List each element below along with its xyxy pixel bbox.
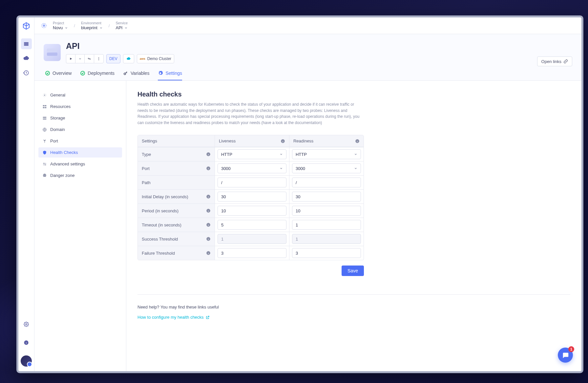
page-header: API DEV aws Demo Cluster — [34, 34, 581, 81]
app-window: Project Novu / Environment blueprint / S… — [16, 15, 583, 373]
breadcrumb-service-label: Service — [116, 21, 128, 25]
readiness-port-select[interactable]: 3000 — [292, 163, 361, 173]
info-icon[interactable] — [206, 251, 211, 255]
info-icon[interactable] — [355, 139, 360, 143]
liveness-period-input[interactable] — [218, 206, 286, 216]
intercom-badge: 1 — [568, 346, 574, 352]
readiness-period-input[interactable] — [292, 206, 361, 216]
breadcrumb-environment-label: Environment — [81, 21, 103, 25]
breadcrumb-service-value: API — [116, 25, 122, 31]
save-button[interactable]: Save — [342, 266, 364, 276]
sidebar-item-advanced[interactable]: Advanced settings — [38, 159, 122, 169]
intercom-button[interactable]: 1 — [558, 348, 573, 363]
settings-sidebar: General Resources Storage Domain Port He… — [34, 81, 126, 371]
rail-info-icon[interactable] — [21, 337, 32, 348]
help-link-configure-health-checks[interactable]: How to configure my health checks — [137, 315, 570, 320]
rail-environments-icon[interactable] — [21, 38, 32, 49]
rail-cloud-icon[interactable] — [21, 53, 32, 64]
breadcrumb-environment[interactable]: Environment blueprint — [81, 21, 103, 31]
health-checks-table: Settings Liveness Readiness Type HTTP HT… — [137, 135, 364, 260]
dev-badge[interactable]: DEV — [106, 54, 120, 63]
sliders-icon — [42, 162, 47, 166]
svg-point-5 — [98, 58, 99, 59]
info-icon[interactable] — [206, 152, 211, 157]
readiness-success-input — [292, 234, 361, 244]
tab-settings-label: Settings — [165, 71, 182, 76]
col-liveness: Liveness — [219, 138, 236, 143]
readiness-failure-input[interactable] — [292, 248, 361, 258]
row-port-label: Port — [142, 166, 150, 171]
cluster-selector[interactable]: aws Demo Cluster — [137, 54, 174, 63]
liveness-type-select[interactable]: HTTP — [218, 149, 286, 159]
readiness-type-select[interactable]: HTTP — [292, 149, 361, 159]
info-icon[interactable] — [206, 194, 211, 199]
svg-point-4 — [98, 57, 99, 58]
info-icon[interactable] — [206, 237, 211, 241]
help-heading: Need help? You may find these links usef… — [137, 305, 570, 309]
help-block: Need help? You may find these links usef… — [137, 294, 570, 320]
gear-icon — [158, 71, 163, 76]
app-logo-icon — [22, 22, 30, 30]
tabs: Overview Deployments Variables Settings — [44, 71, 572, 80]
svg-point-18 — [44, 163, 44, 163]
sidebar-item-storage[interactable]: Storage — [38, 113, 122, 123]
sidebar-item-health-checks[interactable]: Health Checks — [38, 147, 122, 158]
chevron-down-icon — [280, 167, 283, 170]
shield-icon — [42, 150, 47, 155]
info-icon[interactable] — [206, 223, 211, 227]
liveness-port-select[interactable]: 3000 — [218, 163, 286, 173]
readiness-path-input[interactable] — [292, 178, 361, 187]
liveness-timeout-input[interactable] — [218, 220, 286, 230]
readiness-timeout-input[interactable] — [292, 220, 361, 230]
more-actions-button[interactable] — [94, 54, 104, 63]
chevron-down-icon — [280, 153, 283, 156]
sidebar-item-port[interactable]: Port — [38, 136, 122, 146]
breadcrumb: Project Novu / Environment blueprint / S… — [34, 17, 581, 34]
rail-settings-icon[interactable] — [21, 319, 32, 330]
cluster-name: Demo Cluster — [147, 56, 171, 61]
readiness-initial-delay-input[interactable] — [292, 192, 361, 202]
row-initial-delay-label: Initial Delay (in seconds) — [142, 194, 188, 199]
tab-settings[interactable]: Settings — [158, 71, 182, 80]
breadcrumb-separator: / — [109, 23, 110, 28]
tab-overview[interactable]: Overview — [45, 71, 72, 80]
liveness-failure-input[interactable] — [218, 248, 286, 258]
svg-point-3 — [42, 23, 46, 28]
open-links-button[interactable]: Open links — [537, 56, 572, 66]
tab-variables[interactable]: Variables — [123, 71, 149, 80]
plug-icon — [42, 139, 47, 143]
play-button[interactable] — [66, 54, 75, 63]
cloud-status-button[interactable] — [123, 54, 134, 63]
liveness-success-input — [218, 234, 286, 244]
col-readiness: Readiness — [293, 138, 313, 143]
user-avatar[interactable] — [21, 355, 32, 367]
sidebar-item-general[interactable]: General — [38, 90, 122, 100]
chevron-down-icon — [65, 26, 68, 30]
tab-deployments[interactable]: Deployments — [80, 71, 115, 80]
rail-history-icon[interactable] — [21, 67, 32, 78]
liveness-initial-delay-input[interactable] — [218, 192, 286, 202]
cluster-provider-label: aws — [140, 57, 145, 60]
sidebar-item-danger-zone[interactable]: Danger zone — [38, 170, 122, 181]
redeploy-button[interactable] — [84, 54, 94, 63]
breadcrumb-service[interactable]: Service API — [116, 21, 128, 31]
play-dropdown-button[interactable] — [75, 54, 84, 63]
sidebar-item-resources[interactable]: Resources — [38, 101, 122, 112]
info-icon[interactable] — [281, 139, 285, 143]
row-period-label: Period (in seconds) — [142, 208, 178, 213]
svg-rect-14 — [45, 107, 47, 108]
check-circle-icon — [80, 71, 85, 76]
content-description: Health checks are automatic ways for Kub… — [137, 101, 364, 126]
breadcrumb-project[interactable]: Project Novu — [53, 21, 68, 31]
tab-overview-label: Overview — [52, 71, 72, 76]
info-icon[interactable] — [206, 166, 211, 171]
svg-point-10 — [44, 95, 45, 96]
skull-icon — [42, 173, 47, 178]
chevron-down-icon — [354, 167, 357, 170]
chevron-down-icon — [99, 26, 103, 30]
sidebar-item-domain[interactable]: Domain — [38, 124, 122, 135]
liveness-path-input[interactable] — [218, 178, 286, 187]
svg-point-6 — [98, 60, 99, 60]
breadcrumb-environment-value: blueprint — [81, 25, 97, 31]
info-icon[interactable] — [206, 208, 211, 213]
